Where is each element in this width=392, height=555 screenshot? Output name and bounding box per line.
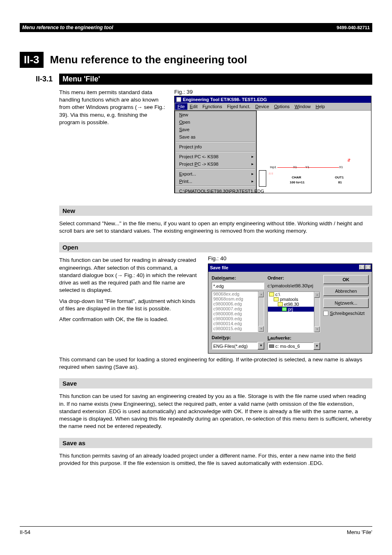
section-number: II-3.1 [20, 74, 53, 84]
mi-recent-1[interactable]: C:\PMATOOLS\ET98.30\PRJ\TEST1.EDG [175, 187, 256, 193]
dropdown-icon[interactable]: ▾ [258, 342, 264, 349]
chapter-heading: II-3 Menu reference to the engineering t… [20, 52, 372, 68]
footer-title: Menu 'File' [347, 529, 372, 535]
header-right: 9499-040-82711 [337, 25, 370, 30]
fig40-dialog: Save file ? × Dateiname: *.edg 98068ex.e… [208, 264, 372, 354]
list-item[interactable]: c9800014.edg [212, 321, 264, 326]
scrollbar[interactable]: ▴▾ [258, 291, 264, 332]
block-out1-sub: 81 [338, 180, 342, 184]
section-heading-row: II-3.1 Menu 'File' [20, 74, 372, 85]
heading-open: Open [59, 242, 372, 252]
mi-open[interactable]: Open [175, 118, 256, 126]
mi-pc-to-ks98[interactable]: Project PC -> KS98 [175, 160, 256, 168]
folder-item[interactable]: c:\ [268, 292, 320, 297]
filetype-value: ENG-Files(*.edg) [212, 342, 258, 349]
folder-icon [278, 302, 283, 306]
folder-item[interactable]: et98.30 [268, 302, 320, 307]
label-filename: Dateiname: [212, 275, 264, 281]
mi-pc-from-ks98[interactable]: Project PC <- KS98 [175, 153, 256, 160]
mi-save[interactable]: Save [175, 126, 256, 133]
list-item[interactable]: c9800009.edg [212, 316, 264, 321]
filetype-combo[interactable]: ENG-Files(*.edg) ▾ [212, 342, 264, 349]
menu-window[interactable]: Window [292, 103, 313, 110]
ok-button[interactable]: OK [323, 275, 369, 284]
body-save: This function can be used for saving an … [59, 393, 372, 430]
fig40-titlebar-text: Save file [210, 265, 228, 271]
readonly-label: Schreibgeschützt [330, 310, 364, 317]
help-button[interactable]: ? [359, 265, 365, 270]
system-buttons: ? × [359, 265, 371, 270]
mi-saveas[interactable]: Save as [175, 133, 256, 141]
mi-export[interactable]: Export... [175, 170, 256, 178]
block-char-name: CHAR [292, 176, 301, 179]
canvas-block-left[interactable] [259, 170, 266, 187]
body-saveas: This function permits saving of an alrea… [59, 452, 372, 467]
engineering-canvas[interactable]: New Open Save Save as Project info Proje… [175, 111, 371, 193]
label-drives: Laufwerke: [267, 335, 320, 341]
running-header: Menu reference to the engineering tool 9… [20, 23, 372, 32]
list-item[interactable]: 98068ex.edg [212, 291, 264, 296]
list-item[interactable]: c9800006.edg [212, 301, 264, 306]
mi-new[interactable]: New [175, 111, 256, 118]
page-footer: II-54 Menu 'File' [20, 526, 372, 535]
list-item[interactable]: c9800007.edg [212, 306, 264, 311]
cancel-button[interactable]: Abbrechen [323, 287, 369, 296]
menu-fixedfunct[interactable]: Fixed funct. [224, 103, 253, 110]
network-button[interactable]: Netzwerk... [323, 298, 369, 308]
menu-functions[interactable]: Functions [200, 103, 225, 110]
fig40-titlebar[interactable]: Save file ? × [208, 264, 372, 272]
folder-icon [269, 292, 274, 296]
open-p4: This command can be used for loading a s… [59, 356, 372, 371]
titlebar-text: Engineering Tool ET/KS98- TEST1.EDG [183, 97, 267, 102]
chapter-number: II-3 [20, 52, 44, 68]
menu-options[interactable]: Options [272, 103, 292, 110]
fig39-titlebar[interactable]: Engineering Tool ET/KS98- TEST1.EDG [175, 96, 371, 103]
folder-listbox[interactable]: c:\ pmatools et98.30 prj ▴▾ [267, 291, 320, 333]
intro-paragraph: This menu item permits standard data han… [59, 89, 166, 193]
list-item[interactable]: c9800015.edg [212, 326, 264, 331]
drive-value: c: ms-dos_6 [267, 342, 314, 350]
body-new: Select command "New..." in the file menu… [59, 220, 372, 235]
section-title: Menu 'File' [59, 74, 372, 85]
folder-item[interactable]: pmatools [268, 297, 320, 302]
mi-print[interactable]: Print... [175, 178, 256, 185]
folder-path: c:\pmatools\et98.30\prj [267, 282, 320, 290]
heading-saveas: Save as [59, 438, 372, 448]
label-filetype: Dateityp: [212, 335, 264, 341]
open-p1: This function can be used for reading in… [59, 257, 200, 294]
block-out1-name: OUT1 [335, 176, 344, 179]
scrollbar[interactable]: ▴▾ [314, 292, 320, 332]
mi-projectinfo[interactable]: Project info [175, 143, 256, 150]
pin-red: ↓↓↓ [268, 171, 273, 175]
pin-x1b: X1 [339, 165, 343, 169]
menu-help[interactable]: Help [313, 103, 327, 110]
folder-icon [274, 297, 279, 301]
close-button[interactable]: × [365, 265, 371, 270]
list-item[interactable]: 98068osm.edg [212, 296, 264, 301]
block-char-sub: 100 ts=11 [290, 180, 304, 184]
pin-inp1: Inp1 [270, 165, 277, 169]
drive-combo[interactable]: c: ms-dos_6 ▾ [267, 342, 320, 350]
fig39-caption: Fig.: 39 [174, 89, 372, 95]
file-listbox[interactable]: 98068ex.edg 98068osm.edg c9800006.edg c9… [212, 291, 264, 332]
folder-item-selected[interactable]: prj [268, 307, 320, 312]
folder-open-icon [282, 307, 287, 311]
app-icon [176, 97, 181, 102]
menu-file[interactable]: File [175, 103, 187, 110]
filename-input[interactable]: *.edg [212, 282, 264, 289]
fig39-window: Engineering Tool ET/KS98- TEST1.EDG File… [174, 96, 371, 193]
list-item[interactable]: c9800008.edg [212, 311, 264, 316]
menu-device[interactable]: Device [253, 103, 272, 110]
fig39-menubar: File Edit Functions Fixed funct. Device … [175, 103, 371, 111]
page-number: II-54 [20, 529, 30, 535]
dropdown-icon[interactable]: ▾ [314, 342, 320, 350]
heading-new: New [59, 206, 372, 216]
header-left: Menu reference to the engineering tool [22, 25, 113, 30]
chapter-title: Menu reference to the engineering tool [50, 53, 247, 66]
readonly-checkbox[interactable]: Schreibgeschützt [323, 310, 369, 317]
open-p3: After confirmation with OK, the file is … [59, 316, 200, 323]
menu-edit[interactable]: Edit [187, 103, 200, 110]
heading-save: Save [59, 378, 372, 388]
drive-icon [269, 345, 274, 348]
label-folder: Ordner: [267, 275, 320, 281]
